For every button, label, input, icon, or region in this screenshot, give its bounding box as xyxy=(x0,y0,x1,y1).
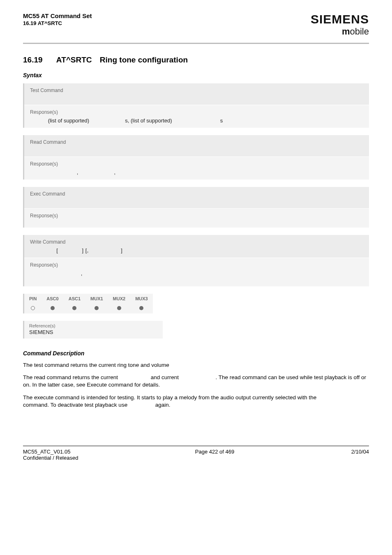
col-mux3: MUX3 xyxy=(130,294,153,304)
brand-sub-rest: obile xyxy=(350,26,369,37)
exec-command-label: Exec Command xyxy=(30,191,363,197)
col-mux1: MUX1 xyxy=(85,294,108,304)
header-rule xyxy=(23,43,369,44)
col-mux2: MUX2 xyxy=(108,294,131,304)
desc-p3: The execute command is intended for test… xyxy=(23,394,369,409)
footer-classification: Confidential / Released xyxy=(23,455,78,461)
section-title-text: Ring tone configuration xyxy=(100,55,188,64)
col-pin: PIN xyxy=(24,294,42,304)
col-asc0: ASC0 xyxy=(42,294,63,304)
availability-table: PIN ASC0 ASC1 MUX1 MUX2 MUX3 xyxy=(23,294,153,313)
footer-date: 2/10/04 xyxy=(351,449,369,461)
section-heading: 16.19 AT^SRTC Ring tone configuration xyxy=(23,55,369,64)
write-bracket-close: ] xyxy=(121,247,122,253)
write-response-label: Response(s) xyxy=(30,262,363,268)
test-response-content: (list of supported) s, (list of supporte… xyxy=(30,117,363,124)
doc-subheading: 16.19 AT^SRTC xyxy=(23,20,92,26)
test-resp-seg-b: s, (list of supported) xyxy=(125,117,172,124)
dot-filled-icon xyxy=(95,306,99,310)
read-response-label: Response(s) xyxy=(30,161,363,167)
section-command: AT^SRTC xyxy=(56,55,92,64)
brand-block: SIEMENS mobile xyxy=(311,12,369,37)
test-resp-seg-c: s xyxy=(220,117,223,124)
test-resp-seg-a: (list of supported) xyxy=(48,117,89,124)
write-response-content: , xyxy=(30,270,363,276)
read-command-box: Read Command Response(s) , , xyxy=(23,135,369,180)
write-command-box: Write Command [ ] [, ] Response(s) , xyxy=(23,235,369,286)
command-description-body: The test command returns the current rin… xyxy=(23,362,369,409)
read-comma-1: , xyxy=(77,169,78,175)
desc-p2b: and current xyxy=(151,374,179,380)
desc-p2: The read command returns the current and… xyxy=(23,374,369,389)
availability-value-row xyxy=(24,304,153,313)
read-comma-2: , xyxy=(114,169,116,175)
brand-sub-m: m xyxy=(342,26,350,37)
write-command-content: [ ] [, ] xyxy=(30,247,363,253)
desc-p2a: The read command returns the current xyxy=(23,374,118,380)
test-response-label: Response(s) xyxy=(30,109,363,115)
desc-p3a: The execute command is intended for test… xyxy=(23,394,316,401)
dot-filled-icon xyxy=(72,306,76,310)
dot-filled-icon xyxy=(51,306,55,310)
col-asc1: ASC1 xyxy=(64,294,85,304)
brand-logo-text: SIEMENS xyxy=(311,12,369,26)
command-description-heading: Command Description xyxy=(23,350,369,357)
dot-filled-icon xyxy=(139,306,143,310)
exec-command-box: Exec Command Response(s) xyxy=(23,187,369,228)
dot-filled-icon xyxy=(117,306,121,310)
section-number: 16.19 xyxy=(23,55,43,64)
read-response-content: , , xyxy=(30,169,363,175)
desc-p3b: command. To deactivate test playback use xyxy=(23,402,127,408)
footer-version: MC55_ATC_V01.05 xyxy=(23,449,78,455)
reference-value: SIEMENS xyxy=(24,329,163,339)
exec-response-label: Response(s) xyxy=(30,213,363,219)
read-command-label: Read Command xyxy=(30,139,363,145)
doc-title: MC55 AT Command Set xyxy=(23,12,92,19)
write-command-label: Write Command xyxy=(30,239,363,245)
test-command-box: Test Command Response(s) (list of suppor… xyxy=(23,83,369,128)
test-command-label: Test Command xyxy=(30,88,363,93)
brand-sub-text: mobile xyxy=(311,26,369,37)
availability-header-row: PIN ASC0 ASC1 MUX1 MUX2 MUX3 xyxy=(24,294,153,304)
desc-p1: The test command returns the current rin… xyxy=(23,362,369,369)
write-comma: , xyxy=(81,270,83,276)
write-bracket-open: [ xyxy=(56,247,58,253)
syntax-heading: Syntax xyxy=(23,72,369,78)
footer-page-number: Page 422 of 469 xyxy=(195,449,234,461)
page-footer: MC55_ATC_V01.05 Confidential / Released … xyxy=(23,446,369,461)
dot-open-icon xyxy=(31,306,35,310)
reference-box: Reference(s) SIEMENS xyxy=(23,321,163,339)
reference-label: Reference(s) xyxy=(24,321,163,329)
write-bracket-mid: ] [, xyxy=(82,247,89,253)
desc-p3c: again. xyxy=(155,402,171,408)
